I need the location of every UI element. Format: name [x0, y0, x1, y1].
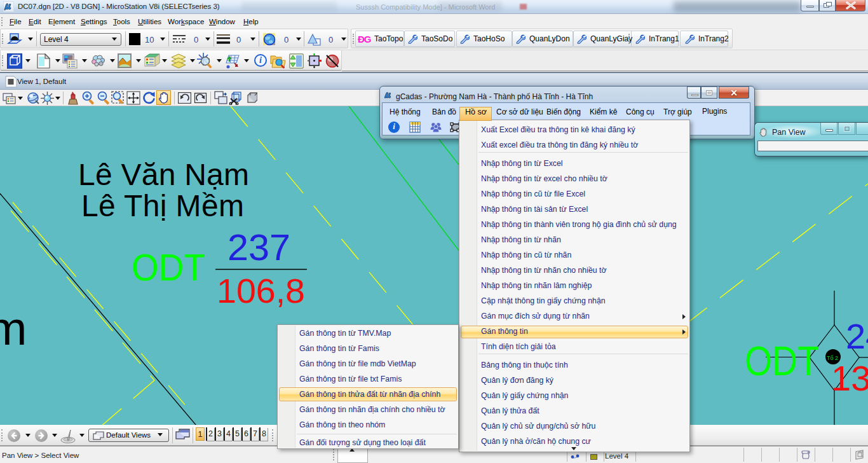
svg-text:Tổ 2: Tổ 2: [827, 355, 838, 361]
svg-text:m: m: [0, 301, 27, 355]
svg-text:24: 24: [846, 316, 868, 356]
svg-text:134: 134: [831, 358, 868, 398]
svg-text:237: 237: [227, 227, 290, 268]
svg-text:ODT: ODT: [132, 246, 205, 289]
svg-text:Lê Thị Mềm: Lê Thị Mềm: [81, 189, 244, 223]
svg-text:Lê Văn Nạm: Lê Văn Nạm: [78, 158, 249, 191]
svg-text:ODT: ODT: [745, 338, 819, 384]
svg-text:106,8: 106,8: [217, 272, 305, 310]
